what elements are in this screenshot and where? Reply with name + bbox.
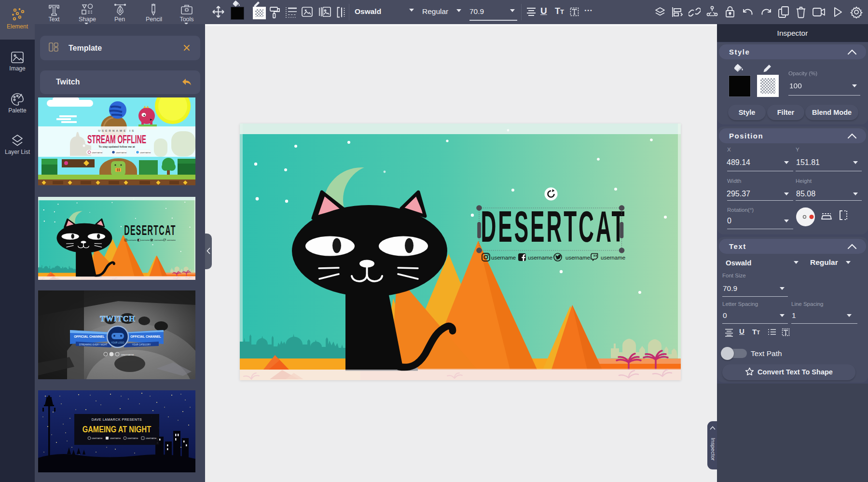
svg-text:username: username [146,437,156,440]
svg-text:username: username [121,353,134,356]
svg-text:username: username [140,151,151,154]
svg-text:TWITCH: TWITCH [100,315,136,323]
svg-text:OFFICIAL CHANNEL: OFFICIAL CHANNEL [130,335,161,338]
svg-text:username: username [92,437,102,440]
svg-text:username: username [116,151,126,154]
svg-text:STREAM OFFLINE: STREAM OFFLINE [87,133,146,146]
svg-text:STREAMING EVERY NIGHT: STREAMING EVERY NIGHT [79,344,108,346]
svg-text:GAMEING AT NIGHT: GAMEING AT NIGHT [83,425,151,434]
svg-text:username: username [92,151,102,154]
svg-text:USERNAME IS: USERNAME IS [98,129,136,132]
svg-text:DAVE LAMARCK PRESENTS: DAVE LAMARCK PRESENTS [92,418,142,421]
svg-text:username: username [127,437,138,440]
svg-text:YOUR CATEGORY: YOUR CATEGORY [132,344,151,346]
svg-text:YOUR LOGO: YOUR LOGO [111,342,124,344]
svg-text:username: username [110,437,121,440]
svg-text:To stay updated follow me at: To stay updated follow me at [98,145,135,148]
svg-text:OFFICIAL CHANNEL: OFFICIAL CHANNEL [74,335,104,338]
